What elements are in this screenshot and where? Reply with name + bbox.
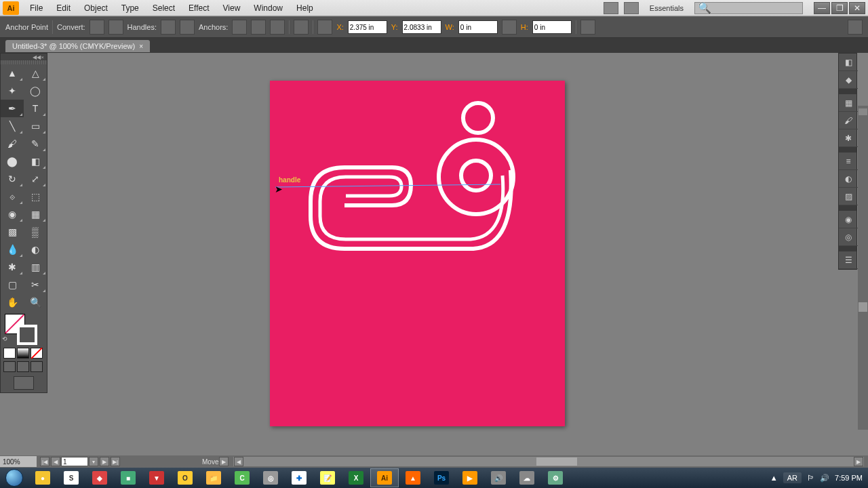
color-mode-solid[interactable] bbox=[3, 348, 16, 359]
panel-toggle-icon[interactable] bbox=[848, 20, 863, 35]
taskbar-photoshop[interactable]: Ps bbox=[427, 468, 456, 487]
handles-hide-icon[interactable] bbox=[180, 20, 195, 35]
panel-appearance-icon[interactable]: ◉ bbox=[839, 211, 858, 228]
status-menu-btn[interactable]: ▶ bbox=[219, 457, 229, 466]
blob-brush-tool[interactable]: ⬤ bbox=[1, 152, 24, 170]
taskbar-app-2[interactable]: S bbox=[57, 468, 85, 487]
search-box[interactable]: 🔍 bbox=[694, 2, 803, 14]
eyedropper-tool[interactable]: 💧 bbox=[1, 241, 24, 258]
maximize-btn[interactable]: ❐ bbox=[831, 2, 848, 14]
fill-stroke-swatch[interactable]: ⟲ bbox=[1, 311, 47, 346]
menu-edit[interactable]: Edit bbox=[50, 2, 77, 14]
taskbar-excel[interactable]: X bbox=[342, 468, 370, 487]
prev-artboard-btn[interactable]: ◀ bbox=[51, 457, 60, 466]
menu-effect[interactable]: Effect bbox=[182, 2, 216, 14]
bridge-btn[interactable] bbox=[604, 2, 618, 14]
menu-file[interactable]: File bbox=[23, 2, 50, 14]
screen-mode-btn[interactable] bbox=[14, 376, 34, 390]
stroke-swatch[interactable] bbox=[17, 325, 37, 345]
lasso-tool[interactable]: ◯ bbox=[24, 82, 47, 100]
color-mode-none[interactable] bbox=[31, 348, 43, 359]
blend-tool[interactable]: ◐ bbox=[24, 241, 47, 258]
shape-builder-tool[interactable]: ◉ bbox=[1, 205, 24, 223]
menu-help[interactable]: Help bbox=[290, 2, 320, 14]
artboard-number-input[interactable] bbox=[61, 457, 88, 466]
isolate-icon[interactable] bbox=[317, 20, 332, 35]
system-tray[interactable]: ▲ AR 🏳 🔊 7:59 PM bbox=[770, 472, 868, 483]
hand-tool[interactable]: ✋ bbox=[1, 293, 24, 311]
h-input[interactable] bbox=[532, 20, 572, 34]
cut-anchor-icon[interactable] bbox=[270, 20, 285, 35]
panel-symbols-icon[interactable]: ✱ bbox=[839, 129, 858, 147]
slice-tool[interactable]: ✂ bbox=[24, 276, 47, 293]
taskbar-vlc[interactable]: ▲ bbox=[399, 468, 427, 487]
scroll-arrow-up[interactable] bbox=[859, 108, 867, 115]
paintbrush-tool[interactable]: 🖌 bbox=[1, 135, 24, 152]
panel-transparency-icon[interactable]: ▨ bbox=[839, 188, 858, 205]
canvas[interactable]: handle ➤ bbox=[0, 53, 868, 460]
taskbar-app-17[interactable]: 🔊 bbox=[484, 468, 513, 487]
taskbar-explorer[interactable]: 📁 bbox=[199, 468, 228, 487]
tray-expand-icon[interactable]: ▲ bbox=[770, 474, 778, 482]
zoom-dropdown[interactable]: 100% bbox=[0, 456, 37, 467]
close-btn[interactable]: ✕ bbox=[849, 2, 865, 14]
panel-brushes-icon[interactable]: 🖌 bbox=[839, 112, 858, 129]
menu-type[interactable]: Type bbox=[115, 2, 146, 14]
panel-color-icon[interactable]: ◧ bbox=[839, 54, 858, 71]
crop-icon[interactable] bbox=[580, 20, 595, 35]
selection-tool[interactable]: ▲ bbox=[1, 64, 24, 82]
handles-show-icon[interactable] bbox=[161, 20, 176, 35]
collapse-icon[interactable]: ◀◀ bbox=[33, 54, 41, 60]
language-indicator[interactable]: AR bbox=[783, 472, 802, 483]
draw-behind[interactable] bbox=[17, 361, 29, 372]
taskbar-app-16[interactable]: ▶ bbox=[456, 468, 484, 487]
w-input[interactable] bbox=[458, 20, 498, 34]
x-input[interactable] bbox=[348, 20, 387, 34]
first-artboard-btn[interactable]: |◀ bbox=[40, 457, 50, 466]
workspace-switcher[interactable]: Essentials bbox=[644, 3, 689, 14]
minimize-btn[interactable]: — bbox=[814, 2, 830, 14]
volume-icon[interactable]: 🔊 bbox=[820, 474, 829, 483]
taskbar-illustrator[interactable]: Ai bbox=[370, 468, 399, 487]
panel-swatches-icon[interactable]: ▦ bbox=[839, 94, 858, 112]
clock[interactable]: 7:59 PM bbox=[835, 474, 863, 482]
panel-gradient-icon[interactable]: ◐ bbox=[839, 170, 858, 188]
eraser-tool[interactable]: ◧ bbox=[24, 152, 47, 170]
vertical-scrollbar[interactable] bbox=[858, 106, 868, 430]
zoom-tool[interactable]: 🔍 bbox=[24, 293, 47, 311]
rectangle-tool[interactable]: ▭ bbox=[24, 117, 47, 135]
menu-select[interactable]: Select bbox=[146, 2, 182, 14]
width-tool[interactable]: ⟐ bbox=[1, 188, 24, 205]
taskbar-notes[interactable]: 📝 bbox=[313, 468, 342, 487]
line-tool[interactable]: ╲ bbox=[1, 117, 24, 135]
symbol-sprayer-tool[interactable]: ✱ bbox=[1, 258, 24, 276]
horizontal-scrollbar[interactable]: ◀ ▶ bbox=[233, 457, 864, 466]
next-artboard-btn[interactable]: ▶ bbox=[100, 457, 109, 466]
link-wh-icon[interactable] bbox=[502, 20, 517, 35]
convert-corner-icon[interactable] bbox=[90, 20, 104, 35]
search-input[interactable] bbox=[711, 4, 800, 12]
convert-smooth-icon[interactable] bbox=[108, 20, 123, 35]
remove-anchor-icon[interactable] bbox=[232, 20, 247, 35]
taskbar-app-19[interactable]: ⚙ bbox=[541, 468, 570, 487]
hscroll-left[interactable]: ◀ bbox=[234, 457, 243, 466]
taskbar-app-10[interactable]: ✚ bbox=[285, 468, 313, 487]
menu-view[interactable]: View bbox=[216, 2, 248, 14]
tab-close-icon[interactable]: × bbox=[139, 43, 143, 50]
arrange-docs-btn[interactable] bbox=[624, 2, 639, 14]
taskbar-app-4[interactable]: ■ bbox=[114, 468, 142, 487]
color-mode-gradient[interactable] bbox=[17, 348, 29, 359]
artboard-dropdown[interactable]: ▾ bbox=[89, 457, 98, 466]
perspective-tool[interactable]: ▦ bbox=[24, 205, 47, 223]
pencil-tool[interactable]: ✎ bbox=[24, 135, 47, 152]
gradient-tool[interactable]: ▒ bbox=[24, 223, 47, 241]
menu-window[interactable]: Window bbox=[247, 2, 290, 14]
taskbar-app-3[interactable]: ◆ bbox=[85, 468, 114, 487]
graph-tool[interactable]: ▥ bbox=[24, 258, 47, 276]
direct-selection-tool[interactable]: △ bbox=[24, 64, 47, 82]
panel-stroke-icon[interactable]: ≡ bbox=[839, 152, 858, 170]
mesh-tool[interactable]: ▩ bbox=[1, 223, 24, 241]
taskbar-camtasia[interactable]: C bbox=[228, 468, 256, 487]
taskbar-app-18[interactable]: ☁ bbox=[513, 468, 541, 487]
hscroll-right[interactable]: ▶ bbox=[854, 457, 863, 466]
